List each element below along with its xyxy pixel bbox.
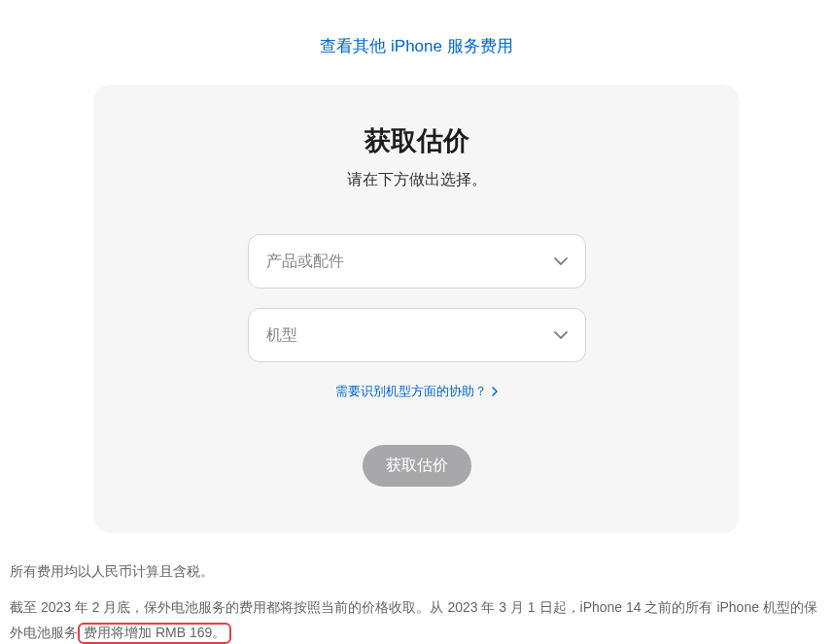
chevron-right-icon <box>492 385 498 399</box>
chevron-down-icon <box>554 257 568 265</box>
help-link-label: 需要识别机型方面的协助？ <box>335 384 487 398</box>
top-link-row: 查看其他 iPhone 服务费用 <box>0 0 833 85</box>
footer-price-note: 截至 2023 年 2 月底，保外电池服务的费用都将按照当前的价格收取。从 20… <box>10 594 823 644</box>
estimate-card: 获取估价 请在下方做出选择。 产品或配件 机型 需要识别机型方面的协助？ 获取估… <box>93 85 740 533</box>
footer-note: 所有费用均以人民币计算且含税。 截至 2023 年 2 月底，保外电池服务的费用… <box>0 533 833 644</box>
product-select-placeholder: 产品或配件 <box>266 252 344 272</box>
footer-tax-note: 所有费用均以人民币计算且含税。 <box>10 559 823 585</box>
help-link-row: 需要识别机型方面的协助？ <box>152 382 681 400</box>
model-select[interactable]: 机型 <box>248 308 586 362</box>
product-select[interactable]: 产品或配件 <box>248 234 586 288</box>
card-title: 获取估价 <box>152 123 681 158</box>
chevron-down-icon <box>554 331 568 339</box>
model-select-placeholder: 机型 <box>266 325 297 346</box>
card-subtitle: 请在下方做出选择。 <box>152 170 681 190</box>
other-services-link[interactable]: 查看其他 iPhone 服务费用 <box>320 37 512 55</box>
price-increase-highlight: 费用将增加 RMB 169。 <box>78 623 231 644</box>
help-identify-link[interactable]: 需要识别机型方面的协助？ <box>335 384 499 398</box>
get-estimate-button[interactable]: 获取估价 <box>363 445 471 487</box>
